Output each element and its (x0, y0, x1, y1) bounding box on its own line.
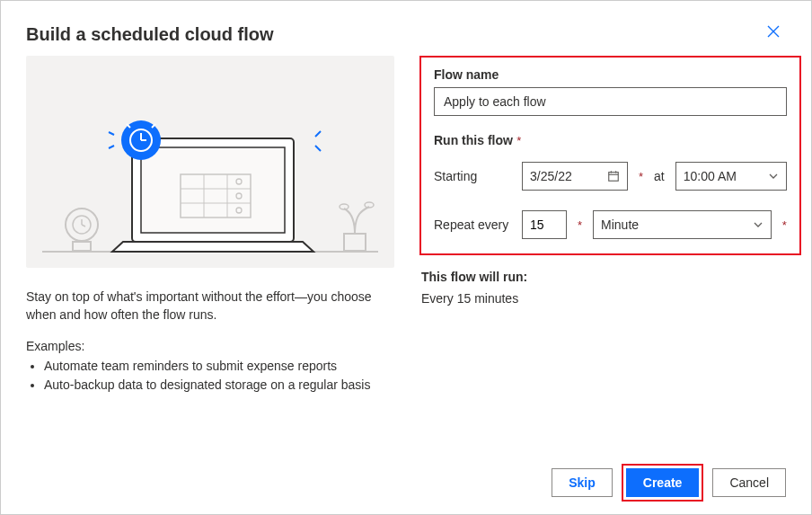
left-column: Stay on top of what's important without … (26, 56, 394, 395)
summary-heading: This flow will run: (421, 270, 801, 284)
required-asterisk: * (782, 218, 787, 232)
svg-line-28 (315, 146, 321, 151)
required-asterisk: * (578, 218, 582, 232)
flow-name-input[interactable] (434, 87, 787, 116)
required-asterisk: * (516, 134, 521, 147)
unit-value: Minute (601, 218, 639, 232)
close-icon[interactable] (761, 19, 786, 47)
start-time-value: 10:00 AM (684, 169, 737, 183)
create-button[interactable]: Create (626, 468, 700, 497)
illustration (26, 56, 394, 268)
example-item: Automate team reminders to submit expens… (44, 357, 394, 377)
chevron-down-icon (753, 219, 763, 230)
svg-line-18 (109, 146, 114, 148)
description: Stay on top of what's important without … (26, 288, 394, 324)
form-highlight: Flow name Run this flow * Starting 3/25/… (419, 56, 801, 255)
svg-rect-29 (609, 173, 619, 182)
at-label: at (654, 169, 665, 183)
start-time-picker[interactable]: 10:00 AM (675, 162, 787, 191)
scheduled-flow-dialog: Build a scheduled cloud flow (1, 1, 811, 514)
svg-line-22 (82, 225, 85, 226)
calendar-icon (607, 170, 620, 182)
svg-rect-23 (73, 242, 91, 251)
right-column: Flow name Run this flow * Starting 3/25/… (419, 56, 801, 395)
interval-input[interactable] (522, 210, 567, 239)
examples-list: Automate team reminders to submit expens… (26, 357, 394, 395)
starting-label: Starting (434, 169, 511, 183)
summary-text: Every 15 minutes (421, 291, 801, 306)
flow-name-label: Flow name (434, 67, 499, 82)
dialog-title: Build a scheduled cloud flow (26, 24, 274, 45)
cancel-button[interactable]: Cancel (712, 468, 786, 497)
svg-line-27 (315, 131, 321, 137)
start-date-picker[interactable]: 3/25/22 (522, 162, 628, 191)
examples-heading: Examples: (26, 339, 394, 353)
required-asterisk: * (639, 170, 643, 183)
unit-select[interactable]: Minute (593, 210, 772, 239)
dialog-footer: Skip Create Cancel (552, 464, 786, 502)
svg-rect-2 (141, 147, 285, 233)
start-date-value: 3/25/22 (530, 169, 572, 183)
skip-button[interactable]: Skip (552, 468, 613, 497)
run-this-flow-label: Run this flow (434, 133, 513, 147)
svg-line-17 (109, 132, 114, 135)
create-highlight: Create (622, 464, 704, 502)
svg-rect-24 (344, 234, 366, 251)
example-item: Auto-backup data to designated storage o… (44, 376, 394, 395)
repeat-every-label: Repeat every (434, 218, 511, 232)
chevron-down-icon (768, 171, 779, 182)
